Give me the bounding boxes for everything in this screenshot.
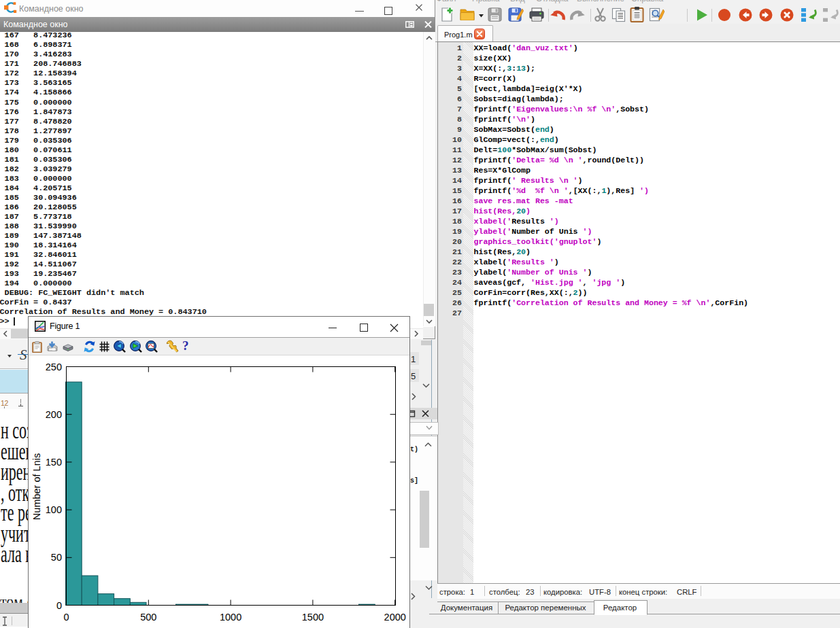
svg-text:500: 500 (140, 612, 156, 623)
svg-text:50: 50 (51, 552, 62, 563)
svg-text:100: 100 (46, 504, 62, 515)
svg-text:Number of Lnis: Number of Lnis (31, 453, 42, 520)
svg-text:250: 250 (46, 362, 62, 372)
svg-text:2000: 2000 (384, 612, 406, 623)
svg-text:150: 150 (46, 457, 62, 468)
svg-text:200: 200 (46, 409, 62, 420)
svg-text:0: 0 (56, 600, 62, 611)
svg-text:1000: 1000 (220, 612, 241, 623)
svg-text:1500: 1500 (302, 612, 324, 623)
svg-text:0: 0 (63, 612, 69, 623)
